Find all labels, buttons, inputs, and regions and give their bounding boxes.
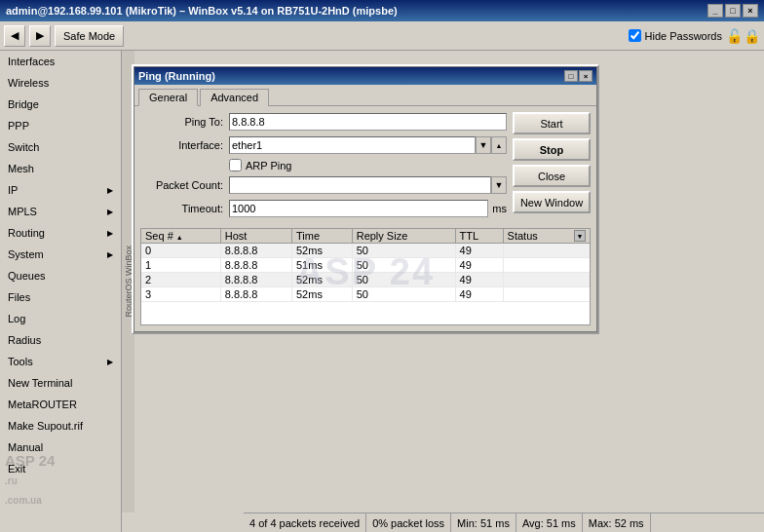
minimize-button[interactable]: _ <box>707 4 723 18</box>
sidebar-item-metarouter[interactable]: MetaROUTER <box>0 394 121 415</box>
status-loss: 0% packet loss <box>366 513 451 532</box>
ping-to-label: Ping To: <box>140 116 223 128</box>
back-button[interactable]: ◀ <box>4 25 25 47</box>
cell-host: 8.8.8.8 <box>220 273 291 287</box>
col-header-time: Time <box>291 229 352 244</box>
lock-icons: 🔓 🔒 <box>726 28 760 44</box>
ping-dialog-title: Ping (Running) <box>138 70 215 82</box>
status-col-menu-btn[interactable]: ▼ <box>574 230 586 242</box>
lock-open-icon: 🔓 <box>726 28 743 44</box>
ping-action-buttons: Start Stop Close New Window <box>513 112 591 222</box>
hide-passwords-checkbox[interactable] <box>629 29 641 42</box>
table-row: 0 8.8.8.8 52ms 50 49 <box>141 244 590 258</box>
timeout-row: Timeout: ms <box>140 199 507 218</box>
results-area: ASP 24 Seq # ▲ Host <box>140 228 591 325</box>
ping-maximize-button[interactable]: □ <box>564 70 578 82</box>
main-layout: Interfaces Wireless Bridge PPP Switch Me… <box>0 51 764 532</box>
sidebar-item-new-terminal[interactable]: New Terminal <box>0 372 121 394</box>
cell-status <box>503 258 590 273</box>
cell-status <box>503 287 590 302</box>
status-avg: Avg: 51 ms <box>516 513 583 532</box>
interface-field-group: ▼ ▲ <box>229 136 507 154</box>
table-row: 2 8.8.8.8 52ms 50 49 <box>141 273 590 287</box>
cell-time: 52ms <box>291 273 352 287</box>
sidebar-item-make-supout[interactable]: Make Supout.rif <box>0 415 121 437</box>
sidebar-item-system[interactable]: System <box>0 244 121 265</box>
sidebar-watermark: ASP 24.ru.com.ua <box>5 451 55 509</box>
cell-host: 8.8.8.8 <box>220 287 291 302</box>
ping-to-row: Ping To: <box>140 112 507 132</box>
arp-ping-label: ARP Ping <box>246 160 292 171</box>
ping-close-button[interactable]: × <box>579 70 592 82</box>
cell-time: 51ms <box>291 258 352 273</box>
ping-to-input[interactable] <box>229 113 507 131</box>
sidebar-item-log[interactable]: Log <box>0 308 121 329</box>
col-header-host: Host <box>220 229 291 244</box>
start-button[interactable]: Start <box>513 112 591 134</box>
col-header-status: Status ▼ <box>503 229 590 244</box>
cell-status <box>503 273 590 287</box>
tab-advanced[interactable]: Advanced <box>200 89 269 106</box>
sidebar-item-wireless[interactable]: Wireless <box>0 72 121 94</box>
timeout-label: Timeout: <box>140 203 223 214</box>
arp-ping-row: ARP Ping <box>229 159 507 171</box>
ping-content: Ping To: Interface: ▼ ▲ <box>134 106 596 228</box>
cell-host: 8.8.8.8 <box>220 258 291 273</box>
sidebar-item-interfaces[interactable]: Interfaces <box>0 51 121 72</box>
timeout-input[interactable] <box>229 200 488 217</box>
maximize-button[interactable]: □ <box>725 4 741 18</box>
hide-passwords-area: Hide Passwords 🔓 🔒 <box>629 28 760 44</box>
window-title: admin@192.168.99.101 (MikroTik) – WinBox… <box>6 5 398 17</box>
window-controls: _ □ × <box>707 4 758 18</box>
interface-label: Interface: <box>140 139 223 151</box>
arp-ping-checkbox[interactable] <box>229 159 242 171</box>
close-button[interactable]: Close <box>513 165 591 187</box>
cell-status <box>503 244 590 258</box>
timeout-unit: ms <box>492 203 507 214</box>
status-packets: 4 of 4 packets received <box>244 513 366 532</box>
sidebar-item-mesh[interactable]: Mesh <box>0 158 121 179</box>
close-window-button[interactable]: × <box>743 4 758 18</box>
cell-seq: 0 <box>141 244 220 258</box>
sidebar-item-ip[interactable]: IP <box>0 179 121 201</box>
sidebar-item-tools[interactable]: Tools <box>0 351 121 372</box>
table-row: 1 8.8.8.8 51ms 50 49 <box>141 258 590 273</box>
packet-count-input[interactable] <box>229 176 491 194</box>
tab-general[interactable]: General <box>138 89 198 106</box>
cell-seq: 2 <box>141 273 220 287</box>
cell-ttl: 49 <box>455 287 503 302</box>
sidebar-item-mpls[interactable]: MPLS <box>0 201 121 222</box>
sidebar-item-bridge[interactable]: Bridge <box>0 94 121 115</box>
forward-button[interactable]: ▶ <box>29 25 51 47</box>
cell-reply-size: 50 <box>352 258 455 273</box>
toolbar: ◀ ▶ Safe Mode Hide Passwords 🔓 🔒 <box>0 21 764 51</box>
sidebar-item-files[interactable]: Files <box>0 286 121 308</box>
new-window-button[interactable]: New Window <box>513 191 591 213</box>
hide-passwords-label: Hide Passwords <box>645 30 722 42</box>
cell-seq: 1 <box>141 258 220 273</box>
cell-reply-size: 50 <box>352 244 455 258</box>
sidebar-item-switch[interactable]: Switch <box>0 136 121 158</box>
status-bar: 4 of 4 packets received 0% packet loss M… <box>244 513 764 532</box>
ping-form: Ping To: Interface: ▼ ▲ <box>140 112 507 222</box>
col-header-reply-size: Reply Size <box>352 229 455 244</box>
col-header-ttl: TTL <box>455 229 503 244</box>
interface-input[interactable] <box>229 136 476 154</box>
sidebar-item-radius[interactable]: Radius <box>0 329 121 351</box>
cell-time: 52ms <box>291 287 352 302</box>
interface-dropdown-btn[interactable]: ▼ <box>476 136 491 154</box>
stop-button[interactable]: Stop <box>513 138 591 161</box>
cell-seq: 3 <box>141 287 220 302</box>
interface-row: Interface: ▼ ▲ <box>140 135 507 155</box>
packet-count-dropdown-btn[interactable]: ▼ <box>491 176 507 194</box>
sidebar-item-queues[interactable]: Queues <box>0 265 121 286</box>
title-bar: admin@192.168.99.101 (MikroTik) – WinBox… <box>0 0 764 21</box>
sidebar-item-ppp[interactable]: PPP <box>0 115 121 136</box>
safe-mode-button[interactable]: Safe Mode <box>55 25 124 47</box>
packet-count-label: Packet Count: <box>140 179 223 191</box>
interface-scroll-up-btn[interactable]: ▲ <box>491 136 507 154</box>
content-area: RouterOS WinBox Ping (Running) □ × Gener… <box>122 51 764 532</box>
ping-dialog: Ping (Running) □ × General Advanced <box>132 64 599 334</box>
sidebar-item-routing[interactable]: Routing <box>0 222 121 244</box>
cell-ttl: 49 <box>455 244 503 258</box>
